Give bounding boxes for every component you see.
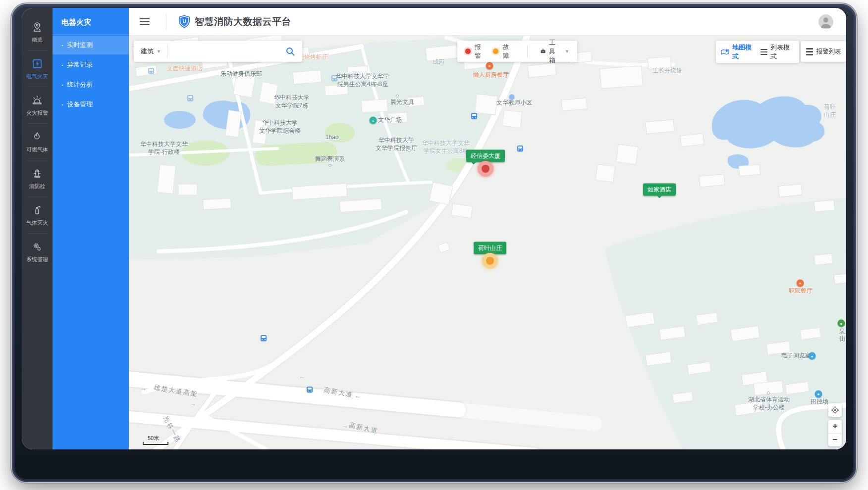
chevron-down-icon: ▼ bbox=[157, 49, 161, 54]
toolbox-label: 工具箱 bbox=[549, 38, 561, 65]
page-title: 智慧消防大数据云平台 bbox=[195, 15, 291, 28]
main-area: U 智慧消防大数据云平台 bbox=[129, 8, 846, 449]
svg-text:U: U bbox=[182, 19, 186, 24]
divider bbox=[527, 46, 528, 57]
zoom-in-button[interactable]: + bbox=[828, 420, 842, 434]
hydrant-icon bbox=[31, 168, 43, 180]
list-mode-button[interactable]: 列表模式 bbox=[759, 43, 796, 61]
search-category-value: 建筑 bbox=[141, 47, 154, 56]
app-window: 概览 电气火灾 火灾报警 可燃气体 消防栓 bbox=[22, 8, 846, 449]
sidebar-item-system-management[interactable]: 系统管理 bbox=[22, 234, 53, 270]
topbar-divider bbox=[166, 13, 166, 30]
submenu-item-device-management[interactable]: 设备管理 bbox=[53, 95, 129, 114]
fault-halo-icon[interactable] bbox=[482, 253, 498, 269]
shield-logo-icon: U bbox=[178, 15, 190, 28]
sidebar-label: 气体灭火 bbox=[26, 219, 48, 227]
sidebar-item-overview[interactable]: 概览 bbox=[22, 14, 53, 50]
alarm-siren-icon bbox=[31, 95, 43, 106]
submenu-item-realtime-monitor[interactable]: 实时监测 bbox=[53, 36, 129, 54]
user-avatar[interactable] bbox=[818, 14, 833, 29]
map-mode-button[interactable]: 地图模式 bbox=[719, 43, 759, 61]
sidebar-label: 系统管理 bbox=[26, 256, 48, 263]
chevron-down-icon: ▼ bbox=[565, 49, 569, 54]
sidebar-item-electrical-fire[interactable]: 电气火灾 bbox=[22, 50, 53, 87]
submenu-item-abnormal-records[interactable]: 异常记录 bbox=[53, 55, 129, 74]
sidebar-item-gas-extinguishing[interactable]: 气体灭火 bbox=[22, 197, 53, 234]
sidebar-label: 消防栓 bbox=[29, 183, 46, 190]
crosshair-icon bbox=[831, 406, 839, 414]
sidebar-item-combustible-gas[interactable]: 可燃气体 bbox=[22, 124, 53, 160]
alarm-list-icon bbox=[806, 48, 813, 55]
device-marker-label[interactable]: 如家酒店 bbox=[643, 184, 676, 196]
toolbox-icon bbox=[541, 48, 545, 55]
submenu-item-statistics[interactable]: 统计分析 bbox=[53, 75, 129, 94]
gears-icon bbox=[31, 241, 43, 253]
list-mode-label: 列表模式 bbox=[770, 43, 794, 61]
locate-button[interactable] bbox=[828, 403, 842, 417]
legend-toolbox-card: 报警 故障 工具箱 ▼ bbox=[457, 41, 577, 62]
zoom-controls: + − bbox=[828, 420, 842, 446]
extinguisher-icon bbox=[31, 204, 43, 216]
map-pin-icon bbox=[721, 48, 729, 56]
alarm-dot-icon bbox=[465, 49, 471, 54]
flame-icon bbox=[31, 131, 43, 143]
search-icon[interactable] bbox=[285, 47, 295, 56]
alarm-halo-icon[interactable] bbox=[478, 161, 493, 177]
sidebar-label: 概览 bbox=[32, 36, 43, 44]
device-marker-label[interactable]: 经信委大厦 bbox=[466, 150, 505, 162]
sidebar-label: 电气火灾 bbox=[26, 73, 48, 80]
submenu-title: 电器火灾 bbox=[53, 8, 129, 35]
list-icon bbox=[760, 49, 767, 55]
sidebar-label: 可燃气体 bbox=[26, 146, 48, 153]
device-marker-label[interactable]: 荷叶山庄 bbox=[474, 242, 506, 254]
window-frame: 概览 电气火灾 火灾报警 可燃气体 消防栓 bbox=[12, 4, 856, 482]
sidebar-item-fire-alarm[interactable]: 火灾报警 bbox=[22, 87, 53, 124]
search-input[interactable] bbox=[173, 47, 281, 55]
view-mode-card: 地图模式 列表模式 bbox=[716, 41, 799, 63]
fault-dot-icon bbox=[493, 49, 498, 54]
alarm-list-button[interactable]: 报警列表 bbox=[801, 41, 846, 62]
submenu-panel: 电器火灾 实时监测 异常记录 统计分析 设备管理 bbox=[53, 8, 129, 449]
person-icon bbox=[818, 14, 833, 29]
electric-fire-icon bbox=[31, 58, 43, 70]
sidebar-item-fire-hydrant[interactable]: 消防栓 bbox=[22, 160, 53, 197]
legend-alarm-toggle[interactable]: 报警 bbox=[475, 43, 484, 60]
sidebar-label: 火灾报警 bbox=[26, 109, 48, 117]
location-pin-icon bbox=[31, 21, 43, 33]
toolbox-button[interactable]: 工具箱 ▼ bbox=[541, 38, 569, 65]
hamburger-menu-icon[interactable] bbox=[140, 18, 150, 25]
map-mode-label: 地图模式 bbox=[732, 43, 757, 61]
map-canvas[interactable]: 文园快捷酒店乐动健身俱乐部街烧烤虾庄成园懒人厨房餐厅王长芬烧饼华中科技大学文华学… bbox=[129, 36, 846, 449]
search-category-dropdown[interactable]: 建筑 ▼ bbox=[141, 47, 161, 56]
map-search-card: 建筑 ▼ bbox=[134, 41, 302, 62]
alarm-list-label: 报警列表 bbox=[816, 48, 841, 56]
topbar: U 智慧消防大数据云平台 bbox=[129, 8, 846, 36]
zoom-out-button[interactable]: − bbox=[828, 434, 842, 447]
main-sidebar: 概览 电气火灾 火灾报警 可燃气体 消防栓 bbox=[22, 8, 53, 449]
divider bbox=[167, 46, 167, 57]
legend-fault-toggle[interactable]: 故障 bbox=[502, 43, 512, 60]
